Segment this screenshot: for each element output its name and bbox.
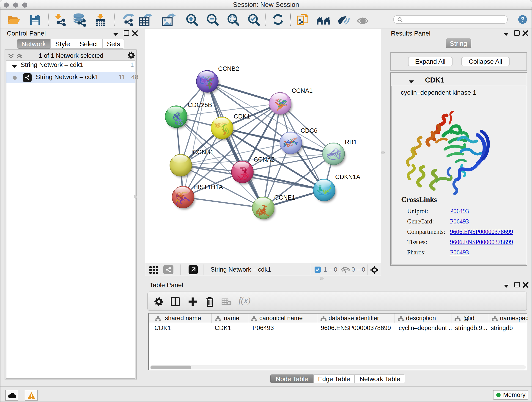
svg-text:CCNA2: CCNA2 xyxy=(254,156,275,163)
svg-text:CDKN1A: CDKN1A xyxy=(335,173,360,180)
svg-text:RB1: RB1 xyxy=(345,139,357,146)
svg-text:CCNE1: CCNE1 xyxy=(274,194,295,201)
svg-text:CDK1: CDK1 xyxy=(234,113,250,120)
svg-text:CDC25B: CDC25B xyxy=(188,102,212,108)
svg-text:CCNB2: CCNB2 xyxy=(218,65,239,72)
svg-text:CCNA1: CCNA1 xyxy=(292,87,313,94)
svg-text:HIST1H1A: HIST1H1A xyxy=(193,184,223,191)
svg-text:CCNB1: CCNB1 xyxy=(193,149,214,156)
svg-text:CDC6: CDC6 xyxy=(301,127,317,134)
